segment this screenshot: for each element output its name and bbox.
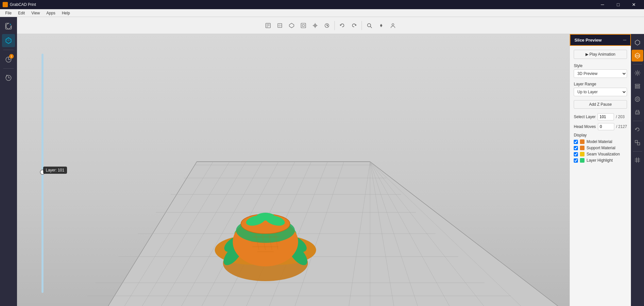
menu-view[interactable]: View [29,10,42,16]
right-icon-strip [631,34,644,306]
panel-header: Slice Preview ─ [570,34,631,46]
right-undo-icon[interactable] [632,124,643,135]
svg-rect-70 [635,86,640,87]
menu-file[interactable]: File [3,10,14,16]
left-sidebar: + 1 [0,17,17,306]
undo-button[interactable] [337,20,348,31]
style-label: Style [574,63,627,68]
svg-point-76 [638,112,639,113]
layer-range-group: Layer Range Up to Layer Single Layer All… [574,82,627,96]
svg-rect-78 [637,143,640,145]
history-icon[interactable] [2,71,15,84]
menu-bar: File Edit View Apps Help [0,9,644,17]
display-layer-highlight-label: Layer Highlight [586,158,613,163]
svg-point-57 [256,213,275,221]
model-view-icon[interactable] [632,37,643,48]
toolbar-sep-2 [362,21,362,30]
toolbar-btn-1[interactable] [263,20,274,31]
display-layer-highlight-swatch [580,158,585,163]
notifications-icon[interactable]: 1 [2,53,15,66]
panel-title: Slice Preview [574,38,602,43]
toolbar-btn-2[interactable] [274,20,285,31]
display-support-material-swatch [580,146,585,150]
svg-rect-75 [636,113,639,114]
style-group: Style 3D Preview Line View Solid View [574,63,627,78]
close-button[interactable]: ✕ [626,0,641,9]
redo-button[interactable] [348,20,360,31]
main-layout: + 1 [0,17,644,306]
play-animation-button[interactable]: ▶ Play Animation [574,50,627,59]
svg-text:+: + [9,23,11,26]
toolbar-area: Layer: 101 Slice Preview ─ ▶ Play Animat… [17,17,644,306]
display-section: Display Model Material Su [574,133,627,163]
toolbar-btn-6[interactable] [321,20,332,31]
right-grid-icon[interactable] [632,154,643,166]
view-3d-icon[interactable] [2,34,15,47]
svg-point-73 [636,98,638,100]
head-moves-input[interactable] [598,123,614,130]
notifications-badge: 1 [9,54,14,59]
svg-rect-71 [635,87,640,88]
3d-viewport[interactable]: Layer: 101 [17,34,569,306]
menu-help[interactable]: Help [59,10,73,16]
layer-slider[interactable] [42,54,43,293]
right-divider-2 [633,121,642,121]
right-settings-icon[interactable] [632,67,643,79]
app-title: GrabCAD Print [10,2,36,7]
menu-edit[interactable]: Edit [15,10,27,16]
window-controls: ─ □ ✕ [595,0,641,9]
select-layer-input[interactable] [598,113,614,120]
add-model-icon[interactable]: + [2,20,15,33]
display-seam-row: Seam Visualization [574,152,627,156]
toolbar [17,17,644,34]
display-model-material-checkbox[interactable] [574,140,578,144]
title-bar: GrabCAD Print ─ □ ✕ [0,0,644,9]
head-moves-total: / 2127 [616,124,627,129]
select-layer-total: / 203 [616,115,625,119]
menu-apps[interactable]: Apps [44,10,58,16]
style-select[interactable]: 3D Preview Line View Solid View [574,69,627,78]
toolbar-sep-1 [334,21,335,30]
right-combined: Slice Preview ─ ▶ Play Animation Style 3… [569,34,644,306]
svg-rect-69 [635,84,640,85]
add-z-pause-button[interactable]: Add Z Pause [574,100,627,109]
display-label: Display [574,133,627,137]
layer-range-label: Layer Range [574,82,627,86]
right-divider-3 [633,151,642,152]
right-printer-icon[interactable] [632,106,643,118]
display-model-material-swatch [580,139,585,144]
person-button[interactable] [387,20,398,31]
toolbar-btn-4[interactable] [298,20,309,31]
toolbar-btn-3[interactable] [286,20,297,31]
app-icon [3,2,8,7]
svg-point-68 [636,72,638,74]
display-model-material-row: Model Material [574,139,627,144]
head-moves-row: Head Moves / 2127 [574,123,627,130]
viewport-area: Layer: 101 Slice Preview ─ ▶ Play Animat… [17,34,644,306]
svg-rect-6 [301,23,306,28]
right-divider-1 [633,64,642,64]
viewport-svg [17,34,569,306]
right-transform-icon[interactable] [632,137,643,149]
display-support-material-label: Support Material [586,146,615,150]
slice-preview-tab-icon[interactable] [632,50,643,62]
minimize-button[interactable]: ─ [595,0,610,9]
display-support-material-checkbox[interactable] [574,146,578,150]
right-material-icon[interactable] [632,93,643,105]
view-button[interactable] [376,20,387,31]
select-layer-row: Select Layer / 203 [574,113,627,120]
svg-point-9 [367,24,371,27]
head-moves-label: Head Moves [574,124,596,129]
right-layers-icon[interactable] [632,80,643,92]
svg-point-10 [381,25,382,26]
zoom-button[interactable] [364,20,375,31]
maximize-button[interactable]: □ [611,0,626,9]
panel-collapse-button[interactable]: ─ [623,37,626,43]
display-support-material-row: Support Material [574,146,627,150]
toolbar-btn-5[interactable] [310,20,321,31]
display-seam-checkbox[interactable] [574,152,578,156]
divider-2 [3,68,14,69]
select-layer-label: Select Layer [574,115,596,119]
display-layer-highlight-checkbox[interactable] [574,158,578,163]
layer-range-select[interactable]: Up to Layer Single Layer All Layers [574,88,627,96]
